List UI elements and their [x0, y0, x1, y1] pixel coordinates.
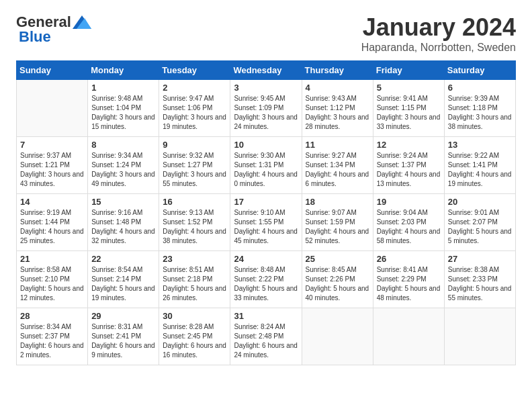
day-number: 20 — [448, 197, 512, 207]
calendar-cell: 16Sunrise: 9:13 AMSunset: 1:52 PMDayligh… — [159, 194, 230, 251]
calendar-cell: 29Sunrise: 8:31 AMSunset: 2:41 PMDayligh… — [88, 308, 159, 365]
day-number: 18 — [306, 197, 369, 207]
calendar-cell: 2Sunrise: 9:47 AMSunset: 1:06 PMDaylight… — [159, 80, 230, 137]
day-info: Sunrise: 9:43 AMSunset: 1:12 PMDaylight:… — [306, 94, 369, 132]
day-info: Sunrise: 8:38 AMSunset: 2:33 PMDaylight:… — [448, 265, 512, 303]
calendar-cell: 24Sunrise: 8:48 AMSunset: 2:22 PMDayligh… — [230, 251, 302, 308]
calendar-cell: 6Sunrise: 9:39 AMSunset: 1:18 PMDaylight… — [444, 80, 515, 137]
calendar-cell: 20Sunrise: 9:01 AMSunset: 2:07 PMDayligh… — [444, 194, 515, 251]
day-info: Sunrise: 9:39 AMSunset: 1:18 PMDaylight:… — [448, 94, 512, 132]
day-number: 30 — [163, 311, 226, 321]
day-info: Sunrise: 8:41 AMSunset: 2:29 PMDaylight:… — [377, 265, 441, 303]
calendar-cell: 10Sunrise: 9:30 AMSunset: 1:31 PMDayligh… — [230, 137, 302, 194]
day-number: 10 — [234, 140, 298, 150]
calendar-cell: 18Sunrise: 9:07 AMSunset: 1:59 PMDayligh… — [302, 194, 373, 251]
day-info: Sunrise: 8:51 AMSunset: 2:18 PMDaylight:… — [163, 265, 226, 303]
day-number: 19 — [377, 197, 441, 207]
calendar-week-row: 7Sunrise: 9:37 AMSunset: 1:21 PMDaylight… — [17, 137, 516, 194]
calendar-cell — [444, 308, 515, 365]
day-number: 26 — [377, 254, 441, 264]
day-info: Sunrise: 8:34 AMSunset: 2:37 PMDaylight:… — [20, 322, 84, 360]
day-number: 6 — [448, 83, 512, 93]
day-number: 11 — [306, 140, 369, 150]
calendar: SundayMondayTuesdayWednesdayThursdayFrid… — [16, 60, 516, 365]
weekday-header-thursday: Thursday — [302, 61, 373, 80]
day-number: 31 — [234, 311, 298, 321]
day-number: 25 — [306, 254, 369, 264]
day-info: Sunrise: 9:16 AMSunset: 1:48 PMDaylight:… — [91, 208, 155, 246]
month-title: January 2024 — [361, 13, 516, 42]
day-number: 16 — [163, 197, 226, 207]
day-info: Sunrise: 9:24 AMSunset: 1:37 PMDaylight:… — [377, 151, 441, 189]
calendar-cell: 30Sunrise: 8:28 AMSunset: 2:45 PMDayligh… — [159, 308, 230, 365]
day-info: Sunrise: 9:41 AMSunset: 1:15 PMDaylight:… — [377, 94, 441, 132]
weekday-header-row: SundayMondayTuesdayWednesdayThursdayFrid… — [17, 61, 516, 80]
logo: General Blue — [16, 13, 91, 46]
calendar-cell: 3Sunrise: 9:45 AMSunset: 1:09 PMDaylight… — [230, 80, 302, 137]
day-info: Sunrise: 9:34 AMSunset: 1:24 PMDaylight:… — [91, 151, 155, 189]
calendar-cell: 12Sunrise: 9:24 AMSunset: 1:37 PMDayligh… — [373, 137, 444, 194]
day-number: 28 — [20, 311, 84, 321]
day-info: Sunrise: 9:30 AMSunset: 1:31 PMDaylight:… — [234, 151, 298, 189]
calendar-cell: 7Sunrise: 9:37 AMSunset: 1:21 PMDaylight… — [17, 137, 88, 194]
weekday-header-friday: Friday — [373, 61, 444, 80]
day-number: 8 — [91, 140, 155, 150]
location-title: Haparanda, Norrbotten, Sweden — [361, 42, 516, 54]
title-area: January 2024 Haparanda, Norrbotten, Swed… — [361, 13, 516, 54]
day-number: 17 — [234, 197, 298, 207]
weekday-header-tuesday: Tuesday — [159, 61, 230, 80]
calendar-cell: 8Sunrise: 9:34 AMSunset: 1:24 PMDaylight… — [88, 137, 159, 194]
day-info: Sunrise: 9:48 AMSunset: 1:04 PMDaylight:… — [91, 94, 155, 132]
calendar-week-row: 1Sunrise: 9:48 AMSunset: 1:04 PMDaylight… — [17, 80, 516, 137]
day-info: Sunrise: 8:54 AMSunset: 2:14 PMDaylight:… — [91, 265, 155, 303]
day-number: 5 — [377, 83, 441, 93]
day-info: Sunrise: 8:48 AMSunset: 2:22 PMDaylight:… — [234, 265, 298, 303]
day-number: 24 — [234, 254, 298, 264]
calendar-cell: 25Sunrise: 8:45 AMSunset: 2:26 PMDayligh… — [302, 251, 373, 308]
day-info: Sunrise: 9:27 AMSunset: 1:34 PMDaylight:… — [306, 151, 369, 189]
calendar-cell: 28Sunrise: 8:34 AMSunset: 2:37 PMDayligh… — [17, 308, 88, 365]
day-info: Sunrise: 9:22 AMSunset: 1:41 PMDaylight:… — [448, 151, 512, 189]
calendar-cell: 31Sunrise: 8:24 AMSunset: 2:48 PMDayligh… — [230, 308, 302, 365]
day-info: Sunrise: 8:58 AMSunset: 2:10 PMDaylight:… — [20, 265, 84, 303]
calendar-cell: 9Sunrise: 9:32 AMSunset: 1:27 PMDaylight… — [159, 137, 230, 194]
calendar-cell: 27Sunrise: 8:38 AMSunset: 2:33 PMDayligh… — [444, 251, 515, 308]
day-number: 15 — [91, 197, 155, 207]
logo-blue-text: Blue — [19, 28, 51, 46]
calendar-cell: 26Sunrise: 8:41 AMSunset: 2:29 PMDayligh… — [373, 251, 444, 308]
weekday-header-wednesday: Wednesday — [230, 61, 302, 80]
calendar-cell: 17Sunrise: 9:10 AMSunset: 1:55 PMDayligh… — [230, 194, 302, 251]
day-info: Sunrise: 9:07 AMSunset: 1:59 PMDaylight:… — [306, 208, 369, 246]
day-info: Sunrise: 9:45 AMSunset: 1:09 PMDaylight:… — [234, 94, 298, 132]
day-info: Sunrise: 9:19 AMSunset: 1:44 PMDaylight:… — [20, 208, 84, 246]
weekday-header-saturday: Saturday — [444, 61, 515, 80]
day-number: 3 — [234, 83, 298, 93]
header: General Blue January 2024 Haparanda, Nor… — [16, 13, 516, 54]
calendar-cell: 22Sunrise: 8:54 AMSunset: 2:14 PMDayligh… — [88, 251, 159, 308]
day-number: 29 — [91, 311, 155, 321]
day-number: 1 — [91, 83, 155, 93]
day-number: 12 — [377, 140, 441, 150]
day-info: Sunrise: 9:04 AMSunset: 2:03 PMDaylight:… — [377, 208, 441, 246]
day-number: 13 — [448, 140, 512, 150]
day-info: Sunrise: 8:24 AMSunset: 2:48 PMDaylight:… — [234, 322, 298, 360]
calendar-cell — [373, 308, 444, 365]
calendar-cell: 15Sunrise: 9:16 AMSunset: 1:48 PMDayligh… — [88, 194, 159, 251]
day-info: Sunrise: 9:10 AMSunset: 1:55 PMDaylight:… — [234, 208, 298, 246]
calendar-cell: 14Sunrise: 9:19 AMSunset: 1:44 PMDayligh… — [17, 194, 88, 251]
calendar-cell: 1Sunrise: 9:48 AMSunset: 1:04 PMDaylight… — [88, 80, 159, 137]
calendar-week-row: 21Sunrise: 8:58 AMSunset: 2:10 PMDayligh… — [17, 251, 516, 308]
calendar-week-row: 14Sunrise: 9:19 AMSunset: 1:44 PMDayligh… — [17, 194, 516, 251]
day-info: Sunrise: 9:13 AMSunset: 1:52 PMDaylight:… — [163, 208, 226, 246]
calendar-cell: 19Sunrise: 9:04 AMSunset: 2:03 PMDayligh… — [373, 194, 444, 251]
calendar-cell: 5Sunrise: 9:41 AMSunset: 1:15 PMDaylight… — [373, 80, 444, 137]
day-number: 2 — [163, 83, 226, 93]
day-number: 7 — [20, 140, 84, 150]
day-info: Sunrise: 9:01 AMSunset: 2:07 PMDaylight:… — [448, 208, 512, 246]
calendar-week-row: 28Sunrise: 8:34 AMSunset: 2:37 PMDayligh… — [17, 308, 516, 365]
day-info: Sunrise: 8:31 AMSunset: 2:41 PMDaylight:… — [91, 322, 155, 360]
calendar-cell — [302, 308, 373, 365]
logo-icon — [73, 15, 91, 29]
calendar-cell — [17, 80, 88, 137]
day-info: Sunrise: 8:28 AMSunset: 2:45 PMDaylight:… — [163, 322, 226, 360]
